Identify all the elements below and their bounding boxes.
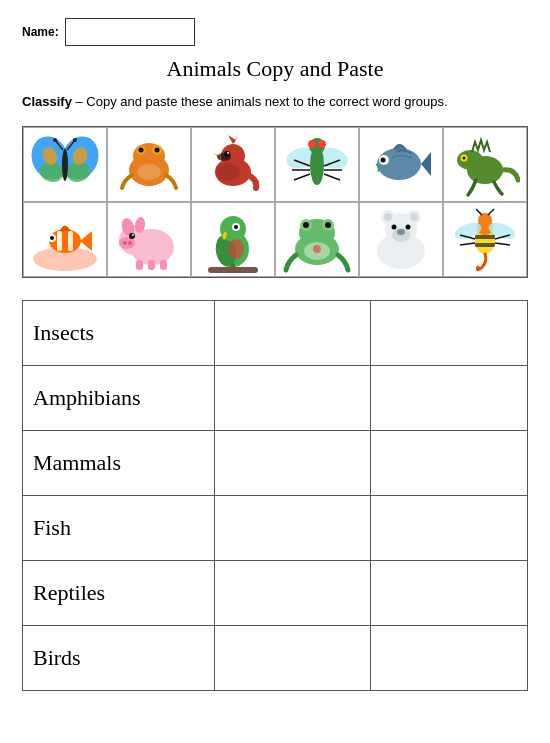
- svg-line-98: [460, 243, 475, 245]
- classify-row: Reptiles: [23, 560, 528, 625]
- classification-table: Insects Amphibians Mammals Fish Reptiles…: [22, 300, 528, 691]
- svg-point-69: [234, 225, 238, 229]
- svg-point-70: [228, 239, 244, 259]
- svg-rect-64: [160, 260, 167, 270]
- svg-marker-20: [228, 132, 238, 144]
- drop-cell-insects-2[interactable]: [371, 300, 528, 365]
- svg-line-100: [495, 243, 510, 245]
- svg-point-6: [62, 149, 68, 181]
- name-input-box[interactable]: [65, 18, 195, 46]
- animal-scorpion-wasp[interactable]: [443, 202, 527, 277]
- svg-rect-93: [475, 235, 495, 239]
- category-label-amphibians: Amphibians: [23, 365, 215, 430]
- animal-golden-frog[interactable]: [107, 127, 191, 202]
- svg-point-43: [457, 150, 483, 170]
- svg-point-59: [128, 241, 132, 245]
- svg-rect-71: [208, 267, 258, 273]
- svg-line-101: [476, 209, 482, 215]
- svg-point-16: [155, 148, 160, 153]
- svg-point-87: [397, 229, 405, 235]
- svg-rect-62: [136, 260, 143, 270]
- svg-marker-39: [421, 152, 431, 176]
- category-label-insects: Insects: [23, 300, 215, 365]
- animal-fly[interactable]: [275, 127, 359, 202]
- svg-point-89: [406, 225, 411, 230]
- svg-point-41: [381, 158, 386, 163]
- instruction-rest: – Copy and paste these animals next to t…: [72, 94, 448, 109]
- svg-rect-94: [475, 243, 495, 247]
- drop-cell-fish-2[interactable]: [371, 495, 528, 560]
- classify-row: Insects: [23, 300, 528, 365]
- svg-rect-63: [148, 260, 155, 270]
- classify-row: Amphibians: [23, 365, 528, 430]
- drop-cell-amphibians-1[interactable]: [214, 365, 371, 430]
- svg-point-61: [132, 234, 134, 236]
- instruction-bold: Classify: [22, 94, 72, 109]
- svg-point-21: [216, 163, 240, 181]
- svg-rect-49: [68, 231, 73, 251]
- name-label-text: Name:: [22, 25, 59, 39]
- svg-point-10: [73, 138, 77, 142]
- drop-cell-insects-1[interactable]: [214, 300, 371, 365]
- instruction-text: Classify – Copy and paste these animals …: [22, 92, 528, 112]
- animal-polar-bear[interactable]: [359, 202, 443, 277]
- svg-point-88: [392, 225, 397, 230]
- svg-point-17: [137, 164, 161, 180]
- drop-cell-mammals-2[interactable]: [371, 430, 528, 495]
- svg-point-79: [313, 245, 321, 253]
- drop-cell-reptiles-2[interactable]: [371, 560, 528, 625]
- category-label-reptiles: Reptiles: [23, 560, 215, 625]
- name-label-row: Name:: [22, 18, 528, 46]
- svg-point-52: [50, 236, 54, 240]
- classify-row: Mammals: [23, 430, 528, 495]
- svg-line-37: [324, 174, 340, 180]
- classify-row: Fish: [23, 495, 528, 560]
- svg-rect-48: [57, 231, 62, 251]
- svg-point-45: [463, 157, 466, 160]
- svg-marker-50: [80, 231, 92, 251]
- svg-point-84: [384, 213, 392, 221]
- svg-point-60: [129, 233, 135, 239]
- svg-point-77: [325, 222, 331, 228]
- animal-pig[interactable]: [107, 202, 191, 277]
- drop-cell-reptiles-1[interactable]: [214, 560, 371, 625]
- animal-green-frog[interactable]: [275, 202, 359, 277]
- drop-cell-birds-2[interactable]: [371, 625, 528, 690]
- classify-row: Birds: [23, 625, 528, 690]
- svg-point-30: [308, 140, 316, 148]
- svg-line-102: [488, 209, 494, 215]
- page-title: Animals Copy and Paste: [22, 56, 528, 82]
- category-label-mammals: Mammals: [23, 430, 215, 495]
- svg-point-15: [139, 148, 144, 153]
- svg-point-85: [410, 213, 418, 221]
- svg-point-25: [217, 153, 231, 161]
- animal-parrot[interactable]: [191, 202, 275, 277]
- drop-cell-mammals-1[interactable]: [214, 430, 371, 495]
- drop-cell-birds-1[interactable]: [214, 625, 371, 690]
- animal-clownfish[interactable]: [23, 202, 107, 277]
- drop-cell-amphibians-2[interactable]: [371, 365, 528, 430]
- svg-point-31: [318, 140, 326, 148]
- svg-point-76: [303, 222, 309, 228]
- animal-fish[interactable]: [359, 127, 443, 202]
- category-label-fish: Fish: [23, 495, 215, 560]
- svg-point-8: [53, 138, 57, 142]
- svg-point-58: [123, 241, 127, 245]
- animal-cardinal[interactable]: [191, 127, 275, 202]
- drop-cell-fish-1[interactable]: [214, 495, 371, 560]
- animal-iguana[interactable]: [443, 127, 527, 202]
- category-label-birds: Birds: [23, 625, 215, 690]
- svg-line-34: [294, 174, 310, 180]
- animal-butterfly[interactable]: [23, 127, 107, 202]
- animal-grid: [22, 126, 528, 278]
